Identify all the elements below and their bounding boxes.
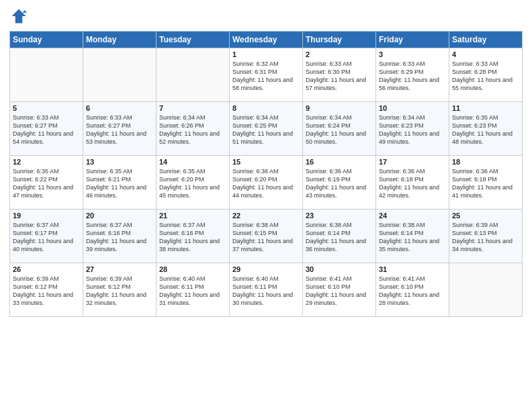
day-number: 16 xyxy=(306,158,373,166)
day-info: Sunrise: 6:33 AM Sunset: 6:29 PM Dayligh… xyxy=(379,60,446,93)
day-info: Sunrise: 6:39 AM Sunset: 6:13 PM Dayligh… xyxy=(452,221,519,254)
day-info: Sunrise: 6:35 AM Sunset: 6:20 PM Dayligh… xyxy=(159,167,226,200)
day-number: 30 xyxy=(306,265,373,273)
day-number: 18 xyxy=(452,158,519,166)
day-info: Sunrise: 6:33 AM Sunset: 6:27 PM Dayligh… xyxy=(86,113,153,146)
day-info: Sunrise: 6:37 AM Sunset: 6:16 PM Dayligh… xyxy=(159,221,226,254)
week-row-2: 12Sunrise: 6:35 AM Sunset: 6:22 PM Dayli… xyxy=(10,156,523,210)
calendar-cell: 30Sunrise: 6:41 AM Sunset: 6:10 PM Dayli… xyxy=(303,263,376,317)
day-number: 11 xyxy=(452,104,519,112)
calendar-cell: 15Sunrise: 6:36 AM Sunset: 6:20 PM Dayli… xyxy=(230,156,303,210)
calendar-cell: 9Sunrise: 6:34 AM Sunset: 6:24 PM Daylig… xyxy=(303,102,376,156)
weekday-header-monday: Monday xyxy=(83,32,157,48)
day-info: Sunrise: 6:37 AM Sunset: 6:16 PM Dayligh… xyxy=(86,221,153,254)
day-number: 20 xyxy=(86,212,153,220)
day-number: 17 xyxy=(379,158,446,166)
day-number: 25 xyxy=(452,212,519,220)
day-number: 22 xyxy=(232,212,300,220)
day-number: 5 xyxy=(13,104,80,112)
calendar-cell: 27Sunrise: 6:39 AM Sunset: 6:12 PM Dayli… xyxy=(83,263,157,317)
day-info: Sunrise: 6:36 AM Sunset: 6:19 PM Dayligh… xyxy=(306,167,373,200)
calendar-cell: 7Sunrise: 6:34 AM Sunset: 6:26 PM Daylig… xyxy=(157,102,230,156)
svg-marker-1 xyxy=(22,10,27,13)
day-info: Sunrise: 6:40 AM Sunset: 6:11 PM Dayligh… xyxy=(232,275,300,308)
day-info: Sunrise: 6:36 AM Sunset: 6:18 PM Dayligh… xyxy=(379,167,446,200)
day-info: Sunrise: 6:33 AM Sunset: 6:30 PM Dayligh… xyxy=(306,60,373,93)
calendar-cell: 5Sunrise: 6:33 AM Sunset: 6:27 PM Daylig… xyxy=(10,102,83,156)
calendar-cell: 1Sunrise: 6:32 AM Sunset: 6:31 PM Daylig… xyxy=(230,48,303,102)
calendar-cell xyxy=(157,48,230,102)
calendar-cell: 26Sunrise: 6:39 AM Sunset: 6:12 PM Dayli… xyxy=(10,263,83,317)
day-info: Sunrise: 6:34 AM Sunset: 6:23 PM Dayligh… xyxy=(379,113,446,146)
logo-icon xyxy=(9,7,28,26)
calendar-cell: 13Sunrise: 6:35 AM Sunset: 6:21 PM Dayli… xyxy=(83,156,157,210)
calendar-cell: 12Sunrise: 6:35 AM Sunset: 6:22 PM Dayli… xyxy=(10,156,83,210)
calendar-cell: 18Sunrise: 6:36 AM Sunset: 6:18 PM Dayli… xyxy=(449,156,523,210)
calendar-cell: 19Sunrise: 6:37 AM Sunset: 6:17 PM Dayli… xyxy=(10,210,83,263)
calendar-cell: 11Sunrise: 6:35 AM Sunset: 6:23 PM Dayli… xyxy=(449,102,523,156)
week-row-4: 26Sunrise: 6:39 AM Sunset: 6:12 PM Dayli… xyxy=(10,263,523,317)
calendar-cell: 28Sunrise: 6:40 AM Sunset: 6:11 PM Dayli… xyxy=(157,263,230,317)
calendar-cell: 25Sunrise: 6:39 AM Sunset: 6:13 PM Dayli… xyxy=(449,210,523,263)
weekday-header-friday: Friday xyxy=(376,32,449,48)
day-number: 8 xyxy=(232,104,300,112)
day-number: 6 xyxy=(86,104,153,112)
calendar-cell: 16Sunrise: 6:36 AM Sunset: 6:19 PM Dayli… xyxy=(303,156,376,210)
calendar-cell: 6Sunrise: 6:33 AM Sunset: 6:27 PM Daylig… xyxy=(83,102,157,156)
day-number: 29 xyxy=(232,265,300,273)
page: SundayMondayTuesdayWednesdayThursdayFrid… xyxy=(0,0,532,411)
weekday-header-row: SundayMondayTuesdayWednesdayThursdayFrid… xyxy=(10,32,523,48)
svg-marker-0 xyxy=(12,9,26,24)
day-info: Sunrise: 6:41 AM Sunset: 6:10 PM Dayligh… xyxy=(379,275,446,308)
calendar-cell: 14Sunrise: 6:35 AM Sunset: 6:20 PM Dayli… xyxy=(157,156,230,210)
day-info: Sunrise: 6:34 AM Sunset: 6:26 PM Dayligh… xyxy=(159,113,226,146)
week-row-1: 5Sunrise: 6:33 AM Sunset: 6:27 PM Daylig… xyxy=(10,102,523,156)
day-info: Sunrise: 6:32 AM Sunset: 6:31 PM Dayligh… xyxy=(232,60,300,93)
calendar-cell: 8Sunrise: 6:34 AM Sunset: 6:25 PM Daylig… xyxy=(230,102,303,156)
day-info: Sunrise: 6:35 AM Sunset: 6:21 PM Dayligh… xyxy=(86,167,153,200)
day-number: 28 xyxy=(159,265,226,273)
week-row-3: 19Sunrise: 6:37 AM Sunset: 6:17 PM Dayli… xyxy=(10,210,523,263)
day-number: 15 xyxy=(232,158,300,166)
calendar-cell: 31Sunrise: 6:41 AM Sunset: 6:10 PM Dayli… xyxy=(376,263,449,317)
day-number: 12 xyxy=(13,158,80,166)
day-number: 14 xyxy=(159,158,226,166)
day-info: Sunrise: 6:41 AM Sunset: 6:10 PM Dayligh… xyxy=(306,275,373,308)
header xyxy=(9,7,523,26)
day-number: 4 xyxy=(452,50,519,58)
day-info: Sunrise: 6:33 AM Sunset: 6:27 PM Dayligh… xyxy=(13,113,80,146)
calendar-cell xyxy=(449,263,523,317)
calendar-cell xyxy=(83,48,157,102)
calendar-cell: 17Sunrise: 6:36 AM Sunset: 6:18 PM Dayli… xyxy=(376,156,449,210)
day-number: 26 xyxy=(13,265,80,273)
day-info: Sunrise: 6:34 AM Sunset: 6:24 PM Dayligh… xyxy=(306,113,373,146)
day-number: 21 xyxy=(159,212,226,220)
weekday-header-wednesday: Wednesday xyxy=(230,32,303,48)
day-number: 2 xyxy=(306,50,373,58)
day-info: Sunrise: 6:38 AM Sunset: 6:15 PM Dayligh… xyxy=(232,221,300,254)
day-info: Sunrise: 6:36 AM Sunset: 6:20 PM Dayligh… xyxy=(232,167,300,200)
calendar-cell: 23Sunrise: 6:38 AM Sunset: 6:14 PM Dayli… xyxy=(303,210,376,263)
weekday-header-thursday: Thursday xyxy=(303,32,376,48)
day-info: Sunrise: 6:39 AM Sunset: 6:12 PM Dayligh… xyxy=(13,275,80,308)
calendar-cell: 10Sunrise: 6:34 AM Sunset: 6:23 PM Dayli… xyxy=(376,102,449,156)
calendar-table: SundayMondayTuesdayWednesdayThursdayFrid… xyxy=(9,31,523,317)
day-number: 7 xyxy=(159,104,226,112)
day-info: Sunrise: 6:34 AM Sunset: 6:25 PM Dayligh… xyxy=(232,113,300,146)
calendar-cell: 20Sunrise: 6:37 AM Sunset: 6:16 PM Dayli… xyxy=(83,210,157,263)
day-number: 3 xyxy=(379,50,446,58)
day-info: Sunrise: 6:39 AM Sunset: 6:12 PM Dayligh… xyxy=(86,275,153,308)
calendar-cell: 29Sunrise: 6:40 AM Sunset: 6:11 PM Dayli… xyxy=(230,263,303,317)
day-info: Sunrise: 6:37 AM Sunset: 6:17 PM Dayligh… xyxy=(13,221,80,254)
calendar-cell: 3Sunrise: 6:33 AM Sunset: 6:29 PM Daylig… xyxy=(376,48,449,102)
day-number: 24 xyxy=(379,212,446,220)
calendar-cell: 24Sunrise: 6:38 AM Sunset: 6:14 PM Dayli… xyxy=(376,210,449,263)
calendar-cell xyxy=(10,48,83,102)
weekday-header-sunday: Sunday xyxy=(10,32,83,48)
day-number: 23 xyxy=(306,212,373,220)
day-info: Sunrise: 6:38 AM Sunset: 6:14 PM Dayligh… xyxy=(379,221,446,254)
day-number: 10 xyxy=(379,104,446,112)
weekday-header-saturday: Saturday xyxy=(449,32,523,48)
day-number: 1 xyxy=(232,50,300,58)
week-row-0: 1Sunrise: 6:32 AM Sunset: 6:31 PM Daylig… xyxy=(10,48,523,102)
